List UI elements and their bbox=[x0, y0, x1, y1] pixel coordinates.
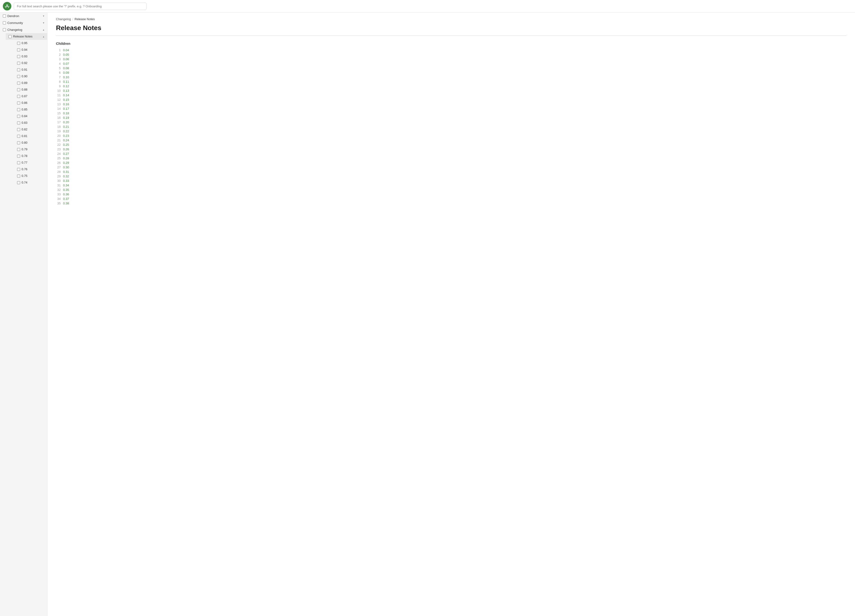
sidebar-label-dendron: Dendron bbox=[7, 14, 19, 18]
list-item: 80.11 bbox=[56, 80, 69, 84]
sidebar-version-label: 0.86 bbox=[21, 101, 27, 104]
child-link[interactable]: 0.15 bbox=[63, 97, 69, 102]
doc-icon bbox=[17, 55, 20, 58]
sidebar-item-version[interactable]: 0.76 bbox=[14, 166, 47, 173]
child-link[interactable]: 0.26 bbox=[63, 147, 69, 152]
child-link[interactable]: 0.28 bbox=[63, 156, 69, 161]
child-link[interactable]: 0.17 bbox=[63, 106, 69, 111]
doc-icon bbox=[17, 81, 20, 85]
search-input[interactable] bbox=[14, 3, 147, 10]
child-link[interactable]: 0.16 bbox=[63, 102, 69, 106]
sidebar-item-version[interactable]: 0.75 bbox=[14, 173, 47, 179]
sidebar-item-release-notes[interactable]: Release Notes ▴ bbox=[6, 33, 47, 40]
sidebar-item-version[interactable]: 0.83 bbox=[14, 120, 47, 126]
sidebar-version-label: 0.78 bbox=[21, 154, 27, 158]
child-link[interactable]: 0.05 bbox=[63, 52, 69, 57]
child-link[interactable]: 0.30 bbox=[63, 165, 69, 170]
child-link[interactable]: 0.10 bbox=[63, 75, 69, 80]
list-item: 190.22 bbox=[56, 129, 69, 133]
sidebar-item-version[interactable]: 0.88 bbox=[14, 86, 47, 93]
sidebar-item-changelog[interactable]: Changelog ▴ bbox=[0, 26, 47, 33]
doc-icon bbox=[17, 68, 20, 71]
child-number: 20 bbox=[56, 133, 63, 138]
sidebar-version-label: 0.74 bbox=[21, 181, 27, 184]
child-link[interactable]: 0.38 bbox=[63, 201, 69, 205]
child-link[interactable]: 0.13 bbox=[63, 89, 69, 93]
child-link[interactable]: 0.08 bbox=[63, 66, 69, 70]
children-section: Children 10.0420.0530.0640.0750.0860.097… bbox=[56, 41, 846, 205]
sidebar-item-community[interactable]: Community ▾ bbox=[0, 20, 47, 26]
sidebar-item-version[interactable]: 0.80 bbox=[14, 139, 47, 146]
list-item: 350.38 bbox=[56, 201, 69, 205]
list-item: 230.26 bbox=[56, 147, 69, 152]
sidebar-item-version[interactable]: 0.79 bbox=[14, 146, 47, 153]
sidebar-version-label: 0.89 bbox=[21, 81, 27, 85]
sidebar-item-version[interactable]: 0.90 bbox=[14, 73, 47, 80]
child-link[interactable]: 0.23 bbox=[63, 133, 69, 138]
sidebar-version-label: 0.85 bbox=[21, 108, 27, 111]
sidebar-item-version[interactable]: 0.84 bbox=[14, 113, 47, 120]
child-link[interactable]: 0.21 bbox=[63, 124, 69, 129]
sidebar-subnodes: 0.950.940.930.920.910.900.890.880.870.86… bbox=[6, 40, 47, 186]
list-item: 110.14 bbox=[56, 93, 69, 97]
child-link[interactable]: 0.07 bbox=[63, 61, 69, 66]
sidebar-item-version[interactable]: 0.91 bbox=[14, 66, 47, 73]
child-link[interactable]: 0.25 bbox=[63, 143, 69, 147]
sidebar-item-version[interactable]: 0.85 bbox=[14, 106, 47, 113]
sidebar-item-version[interactable]: 0.92 bbox=[14, 60, 47, 66]
sidebar-item-dendron[interactable]: Dendron ▾ bbox=[0, 12, 47, 20]
child-link[interactable]: 0.36 bbox=[63, 192, 69, 196]
child-link[interactable]: 0.24 bbox=[63, 138, 69, 143]
list-item: 290.32 bbox=[56, 174, 69, 179]
child-link[interactable]: 0.22 bbox=[63, 129, 69, 133]
child-link[interactable]: 0.37 bbox=[63, 196, 69, 201]
folder-icon bbox=[3, 14, 6, 18]
doc-icon bbox=[17, 48, 20, 51]
list-item: 280.31 bbox=[56, 170, 69, 174]
breadcrumb: Changelog / Release Notes bbox=[56, 17, 846, 21]
child-number: 3 bbox=[56, 57, 63, 61]
child-link[interactable]: 0.11 bbox=[63, 80, 69, 84]
folder-icon bbox=[3, 28, 6, 31]
child-link[interactable]: 0.29 bbox=[63, 161, 69, 165]
child-link[interactable]: 0.33 bbox=[63, 179, 69, 183]
child-number: 31 bbox=[56, 183, 63, 187]
child-link[interactable]: 0.12 bbox=[63, 84, 69, 89]
sidebar-item-version[interactable]: 0.77 bbox=[14, 159, 47, 166]
sidebar-item-version[interactable]: 0.93 bbox=[14, 53, 47, 60]
child-number: 23 bbox=[56, 147, 63, 152]
child-link[interactable]: 0.34 bbox=[63, 183, 69, 187]
sidebar-item-version[interactable]: 0.94 bbox=[14, 46, 47, 53]
app-logo[interactable] bbox=[3, 2, 11, 11]
sidebar-item-version[interactable]: 0.82 bbox=[14, 126, 47, 133]
page-title: Release Notes bbox=[56, 24, 846, 32]
sidebar-item-version[interactable]: 0.81 bbox=[14, 133, 47, 139]
sidebar-item-version[interactable]: 0.89 bbox=[14, 80, 47, 86]
child-link[interactable]: 0.35 bbox=[63, 187, 69, 192]
child-link[interactable]: 0.32 bbox=[63, 174, 69, 179]
child-link[interactable]: 0.06 bbox=[63, 57, 69, 61]
doc-icon bbox=[17, 108, 20, 111]
child-link[interactable]: 0.09 bbox=[63, 70, 69, 75]
child-link[interactable]: 0.04 bbox=[63, 48, 69, 52]
child-link[interactable]: 0.19 bbox=[63, 115, 69, 120]
sidebar-version-label: 0.92 bbox=[21, 61, 27, 65]
child-link[interactable]: 0.18 bbox=[63, 111, 69, 115]
breadcrumb-parent[interactable]: Changelog bbox=[56, 17, 71, 21]
child-link[interactable]: 0.14 bbox=[63, 93, 69, 97]
doc-icon bbox=[17, 62, 20, 65]
sidebar-item-version[interactable]: 0.86 bbox=[14, 100, 47, 106]
doc-icon bbox=[17, 168, 20, 171]
sidebar-item-version[interactable]: 0.78 bbox=[14, 153, 47, 159]
chevron-down-icon: ▾ bbox=[43, 14, 44, 18]
sidebar-version-label: 0.82 bbox=[21, 128, 27, 131]
child-link[interactable]: 0.31 bbox=[63, 170, 69, 174]
child-number: 25 bbox=[56, 156, 63, 161]
sidebar-item-version[interactable]: 0.95 bbox=[14, 40, 47, 46]
child-link[interactable]: 0.20 bbox=[63, 120, 69, 124]
sidebar-item-version[interactable]: 0.87 bbox=[14, 93, 47, 100]
svg-point-0 bbox=[6, 5, 8, 6]
child-link[interactable]: 0.27 bbox=[63, 152, 69, 156]
sidebar-version-label: 0.81 bbox=[21, 135, 27, 138]
sidebar-item-version[interactable]: 0.74 bbox=[14, 179, 47, 186]
